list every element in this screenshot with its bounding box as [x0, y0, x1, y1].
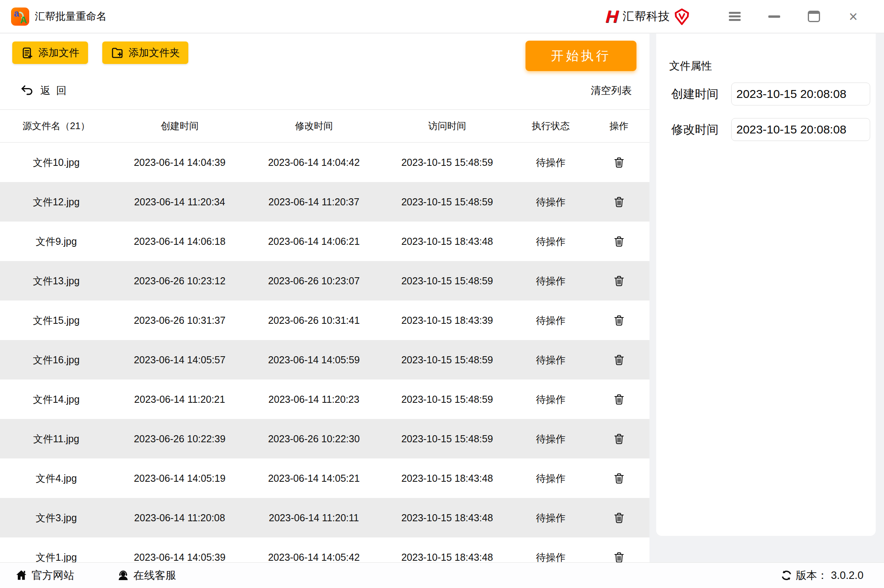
back-label: 返 回: [40, 84, 66, 98]
app-logo-icon: a A: [11, 8, 29, 26]
row-filename: 文件1.jpg: [0, 551, 113, 563]
clear-list-button[interactable]: 清空列表: [591, 84, 632, 98]
minimize-icon: [768, 15, 780, 18]
trash-icon: [613, 393, 625, 406]
row-created-time: 2023-06-14 14:05:19: [113, 473, 247, 484]
delete-row-button[interactable]: [610, 391, 628, 408]
trash-icon: [613, 511, 625, 524]
row-accessed-time: 2023-10-15 18:43:39: [381, 315, 513, 326]
customer-service-icon: [117, 569, 130, 582]
add-file-label: 添加文件: [38, 46, 79, 60]
delete-row-button[interactable]: [610, 509, 628, 526]
titlebar-right: H 汇帮科技 ×: [606, 5, 873, 28]
row-status: 待操作: [513, 393, 588, 406]
vip-badge-icon: [674, 8, 690, 25]
table-row[interactable]: 文件12.jpg 2023-06-14 11:20:34 2023-06-14 …: [0, 182, 649, 222]
online-support-label: 在线客服: [133, 568, 176, 582]
back-button[interactable]: 返 回: [20, 83, 66, 98]
minimize-button[interactable]: [754, 5, 794, 28]
table-row[interactable]: 文件3.jpg 2023-06-14 11:20:08 2023-06-14 1…: [0, 498, 649, 537]
delete-row-button[interactable]: [610, 233, 628, 250]
delete-row-button[interactable]: [610, 470, 628, 487]
trash-icon: [613, 472, 625, 485]
maximize-icon: [808, 11, 820, 22]
table-row[interactable]: 文件14.jpg 2023-06-14 11:20:21 2023-06-14 …: [0, 379, 649, 419]
row-status: 待操作: [513, 235, 588, 248]
table-row[interactable]: 文件9.jpg 2023-06-14 14:06:18 2023-06-14 1…: [0, 222, 649, 261]
delete-row-button[interactable]: [610, 351, 628, 368]
add-folder-label: 添加文件夹: [128, 46, 180, 60]
back-arrow-icon: [20, 83, 34, 98]
row-status: 待操作: [513, 551, 588, 563]
table-row[interactable]: 文件11.jpg 2023-06-26 10:22:39 2023-06-26 …: [0, 419, 649, 458]
row-modified-time: 2023-06-14 14:05:59: [247, 354, 381, 366]
version-info[interactable]: 版本：3.0.2.0: [781, 568, 863, 582]
brand-logo-icon: H: [604, 8, 621, 25]
close-button[interactable]: ×: [833, 5, 873, 28]
row-accessed-time: 2023-10-15 15:48:59: [381, 354, 513, 366]
col-exec-status: 执行状态: [513, 120, 588, 132]
table-row[interactable]: 文件13.jpg 2023-06-26 10:23:12 2023-06-26 …: [0, 261, 649, 301]
trash-icon: [613, 551, 625, 562]
table-header: 源文件名（21） 创建时间 修改时间 访问时间 执行状态 操作: [0, 110, 649, 143]
table-row[interactable]: 文件4.jpg 2023-06-14 14:05:19 2023-06-14 1…: [0, 458, 649, 498]
row-accessed-time: 2023-10-15 15:48:59: [381, 157, 513, 168]
row-status: 待操作: [513, 472, 588, 485]
row-status: 待操作: [513, 511, 588, 524]
row-created-time: 2023-06-14 11:20:21: [113, 394, 247, 405]
delete-row-button[interactable]: [610, 312, 628, 329]
row-accessed-time: 2023-10-15 15:48:59: [381, 196, 513, 208]
table-row[interactable]: 文件16.jpg 2023-06-14 14:05:57 2023-06-14 …: [0, 340, 649, 379]
trash-icon: [613, 314, 625, 327]
row-created-time: 2023-06-14 14:05:57: [113, 354, 247, 366]
file-properties-panel: 文件属性 创建时间 修改时间: [656, 34, 876, 536]
menu-button[interactable]: [715, 5, 754, 28]
online-support-link[interactable]: 在线客服: [117, 568, 176, 582]
titlebar: a A 汇帮批量重命名 H 汇帮科技: [0, 0, 884, 33]
table-row[interactable]: 文件15.jpg 2023-06-26 10:31:37 2023-06-26 …: [0, 301, 649, 340]
row-filename: 文件4.jpg: [0, 472, 113, 485]
table-body: 文件10.jpg 2023-06-14 14:04:39 2023-06-14 …: [0, 143, 649, 562]
row-accessed-time: 2023-10-15 15:48:59: [381, 433, 513, 445]
table-row[interactable]: 文件10.jpg 2023-06-14 14:04:39 2023-06-14 …: [0, 143, 649, 182]
row-status: 待操作: [513, 195, 588, 209]
trash-icon: [613, 432, 625, 445]
row-filename: 文件11.jpg: [0, 432, 113, 445]
created-time-input[interactable]: [731, 83, 870, 105]
add-folder-button[interactable]: 添加文件夹: [102, 41, 188, 64]
delete-row-button[interactable]: [610, 430, 628, 447]
row-accessed-time: 2023-10-15 18:43:48: [381, 236, 513, 247]
list-controls: 返 回 清空列表: [0, 71, 649, 110]
app-identity: a A 汇帮批量重命名: [11, 8, 107, 26]
row-filename: 文件14.jpg: [0, 393, 113, 406]
modified-time-input[interactable]: [731, 118, 870, 141]
delete-row-button[interactable]: [610, 193, 628, 210]
add-file-button[interactable]: 添加文件: [12, 41, 88, 64]
row-accessed-time: 2023-10-15 15:48:59: [381, 394, 513, 405]
row-created-time: 2023-06-14 14:06:18: [113, 236, 247, 247]
delete-row-button[interactable]: [610, 154, 628, 171]
trash-icon: [613, 274, 625, 287]
toolbar: 添加文件 添加文件夹 开始执行: [0, 34, 649, 71]
row-filename: 文件3.jpg: [0, 511, 113, 524]
row-status: 待操作: [513, 314, 588, 327]
delete-row-button[interactable]: [610, 549, 628, 562]
row-filename: 文件10.jpg: [0, 156, 113, 169]
start-execute-button[interactable]: 开始执行: [526, 41, 636, 71]
row-modified-time: 2023-06-14 14:05:21: [247, 473, 381, 484]
panel-title: 文件属性: [669, 59, 876, 73]
official-website-link[interactable]: 官方网站: [15, 568, 74, 582]
row-status: 待操作: [513, 274, 588, 287]
row-status: 待操作: [513, 156, 588, 169]
row-modified-time: 2023-06-14 14:06:21: [247, 236, 381, 247]
row-modified-time: 2023-06-14 11:20:37: [247, 196, 381, 208]
delete-row-button[interactable]: [610, 272, 628, 289]
home-icon: [15, 569, 28, 582]
col-source-filename: 源文件名（21）: [0, 120, 113, 132]
row-modified-time: 2023-06-14 14:05:42: [247, 552, 381, 563]
table-row[interactable]: 文件1.jpg 2023-06-14 14:05:39 2023-06-14 1…: [0, 537, 649, 562]
row-modified-time: 2023-06-26 10:31:41: [247, 315, 381, 326]
maximize-button[interactable]: [794, 5, 833, 28]
close-icon: ×: [849, 9, 858, 24]
row-modified-time: 2023-06-14 11:20:11: [247, 512, 381, 524]
